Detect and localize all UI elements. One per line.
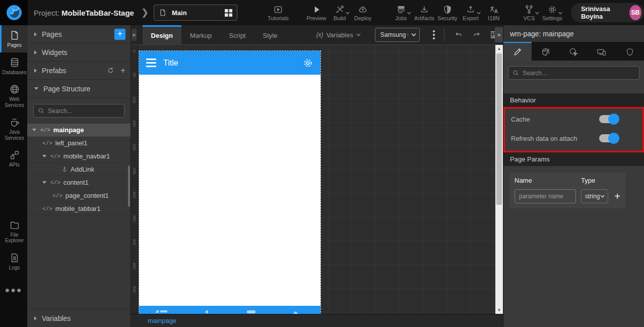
cache-toggle[interactable] — [599, 115, 618, 123]
add-page-button[interactable]: + — [114, 29, 125, 40]
parameter-type-select[interactable]: string — [581, 189, 608, 203]
gear-icon[interactable] — [302, 58, 313, 69]
rail-item-apis[interactable]: APIs — [0, 145, 27, 172]
expand-panel-icon[interactable]: » — [495, 27, 503, 42]
jobs-button[interactable]: Jobs — [390, 5, 413, 21]
refresh-on-attach-toggle[interactable] — [599, 134, 618, 142]
tab-properties[interactable] — [503, 42, 532, 61]
search-box[interactable] — [508, 66, 639, 80]
add-prefab-button[interactable]: + — [120, 66, 125, 75]
tab-styles[interactable] — [532, 42, 560, 61]
tree-item-page-content1[interactable]: </> page_content1 — [27, 189, 131, 202]
preview-button[interactable]: Preview — [305, 5, 328, 21]
pages-icon — [9, 30, 20, 41]
redo-button[interactable] — [468, 28, 486, 41]
device-selector[interactable]: Samsung Galaxy Note III — [375, 28, 420, 42]
export-upload-icon — [465, 5, 477, 15]
rail-label-logs: Logs — [9, 265, 20, 271]
vcs-label: VCS — [524, 15, 535, 21]
behavior-heading-label: Behavior — [510, 96, 536, 104]
tab-devices[interactable] — [588, 42, 616, 61]
widget-code-icon: </> — [50, 153, 60, 159]
tab-style[interactable]: Style — [254, 25, 286, 44]
editor-toolbar: « Design Markup Script Style {x} Variabl… — [131, 25, 503, 44]
rail-item-java-services[interactable]: Java Services — [0, 112, 27, 145]
design-canvas[interactable]: 0 50 100 150 200 250 300 350 400 450 500… — [131, 44, 503, 314]
scrollbar-thumb[interactable] — [496, 53, 502, 205]
jobs-caret-icon — [407, 12, 411, 15]
toolbar-divider — [444, 29, 444, 41]
scroll-down-icon[interactable]: ▼ — [495, 306, 503, 314]
more-options-icon[interactable]: ●●● — [0, 286, 27, 295]
device-select[interactable]: Samsung Galaxy Note III — [375, 28, 420, 42]
parameter-name-input[interactable] — [514, 189, 576, 203]
rail-label-databases: Databases — [3, 70, 27, 76]
settings-button[interactable]: Settings — [541, 5, 564, 21]
rail-label-pages: Pages — [7, 42, 21, 48]
tutorials-button[interactable]: Tutorials — [267, 5, 290, 21]
mobile-tabbar[interactable] — [139, 306, 320, 314]
mobile-device-preview[interactable]: Title — [139, 51, 320, 314]
settings-label: Settings — [542, 15, 562, 21]
canvas-scrollbar[interactable]: ▲ ▼ — [495, 45, 503, 314]
scroll-up-icon[interactable]: ▲ — [495, 45, 503, 52]
artifacts-button[interactable]: Artifacts — [413, 5, 436, 21]
security-button[interactable]: Security — [436, 5, 459, 21]
behavior-heading[interactable]: Behavior — [503, 93, 644, 107]
explorer-scrollbar[interactable] — [128, 166, 130, 207]
widget-code-icon: </> — [42, 140, 52, 146]
deploy-button[interactable]: Deploy — [351, 5, 374, 21]
rail-item-logs[interactable]: Logs — [0, 248, 27, 275]
rail-item-web-services[interactable]: Web Services — [0, 79, 27, 112]
more-menu-icon[interactable] — [430, 28, 438, 41]
tree-item-content1[interactable]: </> content1 — [27, 176, 131, 189]
vcs-button[interactable]: VCS — [518, 5, 541, 21]
rail-item-databases[interactable]: Databases — [0, 52, 27, 80]
tree-item-mobile-navbar1[interactable]: </> mobile_navbar1 — [27, 150, 131, 163]
refresh-icon[interactable] — [107, 67, 114, 74]
build-button[interactable]: Build — [328, 5, 351, 21]
grid-icon[interactable] — [225, 9, 232, 17]
brand-logo[interactable] — [0, 0, 28, 25]
chevron-right-icon: ❯ — [141, 7, 149, 18]
tree-item-left-panel1[interactable]: </> left_panel1 — [27, 137, 131, 150]
tree-item-mainpage[interactable]: </> mainpage — [27, 124, 131, 137]
variables-dropdown[interactable]: {x} Variables — [316, 31, 360, 39]
rail-item-file-explorer[interactable]: File Explorer — [0, 215, 27, 248]
project-name: MobileTabBar-Stage — [61, 9, 134, 17]
section-page-structure[interactable]: Page Structure — [27, 80, 131, 98]
rail-label-web-services: Web Services — [2, 96, 27, 108]
page-selector[interactable]: Main — [154, 5, 237, 21]
section-pages[interactable]: Pages + — [27, 25, 131, 43]
page-params-heading[interactable]: Page Params — [503, 152, 644, 166]
tree-item-mobile-tabbar1[interactable]: </> mobile_tabbar1 — [27, 202, 131, 215]
section-variables[interactable]: Variables — [27, 309, 131, 327]
i18n-translate-icon: A — [488, 5, 500, 15]
hamburger-menu-icon[interactable] — [146, 59, 156, 67]
expanded-caret-icon — [32, 129, 36, 131]
search-input[interactable] — [48, 107, 120, 115]
tree-item-addlink[interactable]: AddLink — [27, 163, 131, 176]
tab-markup[interactable]: Markup — [181, 25, 220, 44]
inspector-search-input[interactable] — [523, 70, 635, 77]
artifacts-download-icon — [418, 5, 430, 15]
user-menu[interactable]: Srinivasa Boyina SB — [571, 3, 644, 22]
undo-button[interactable] — [449, 28, 468, 41]
parameter-type-selector[interactable]: string — [581, 189, 608, 203]
open-page-tab[interactable]: mainpage — [148, 317, 176, 324]
section-prefabs[interactable]: Prefabs + — [27, 62, 131, 80]
tab-security[interactable] — [616, 42, 644, 61]
search-box[interactable] — [33, 104, 124, 118]
tab-events[interactable] — [560, 42, 588, 61]
mobile-navbar[interactable]: Title — [139, 51, 320, 75]
ruler-tick: 200 — [132, 144, 137, 150]
i18n-button[interactable]: A I18N — [482, 5, 505, 21]
tab-design[interactable]: Design — [143, 25, 181, 44]
rail-label-java-services: Java Services — [2, 129, 27, 141]
tab-script[interactable]: Script — [220, 25, 254, 44]
export-button[interactable]: Export — [459, 5, 482, 21]
collapse-panel-icon[interactable]: « — [132, 29, 137, 41]
add-parameter-button[interactable]: + — [614, 191, 620, 201]
rail-item-pages[interactable]: Pages — [0, 25, 27, 52]
section-widgets[interactable]: Widgets — [27, 43, 131, 62]
